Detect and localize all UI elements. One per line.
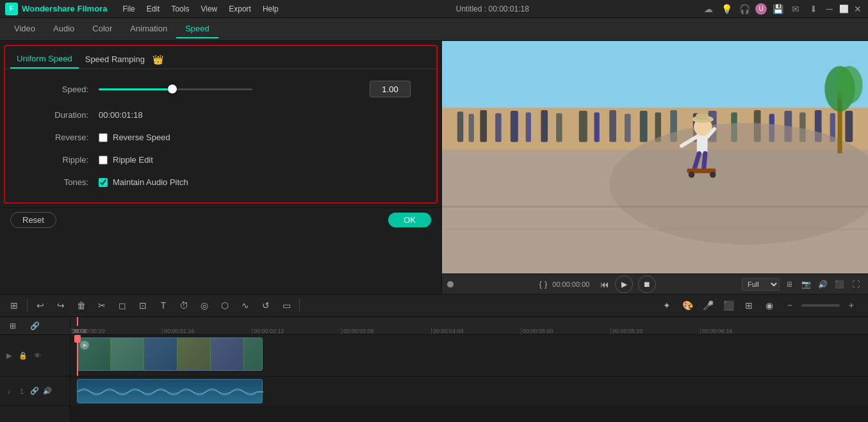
tool-delete[interactable]: 🗑 [72,296,90,314]
tool-crop[interactable]: ◻ [113,296,131,314]
tool-plus[interactable]: ＋ [842,296,860,314]
tool-text[interactable]: T [154,296,172,314]
bracket-left: { [539,279,542,289]
camera-icon[interactable]: 📷 [799,277,813,291]
audio-track-control: ♪ 1 🔗 🔊 [0,377,70,406]
clip-thumb-2 [111,338,144,370]
menu-view[interactable]: View [195,3,222,15]
tool-select[interactable]: ⊞ [5,296,23,314]
tool-speed[interactable]: ↺ [257,296,275,314]
link-track-button[interactable]: 🔗 [26,317,44,335]
menu-tools[interactable]: Tools [166,3,194,15]
maximize-button[interactable]: ⬜ [839,4,849,14]
bottom-controls: Reset OK [0,207,441,232]
save-icon[interactable]: 💾 [771,2,785,16]
svg-rect-7 [526,112,531,142]
lock-track-btn[interactable]: 🔒 [18,350,28,361]
svg-point-42 [835,66,863,104]
stop-button[interactable]: ⏹ [638,275,656,293]
tool-clip[interactable]: ▭ [277,296,295,314]
menu-export[interactable]: Export [224,3,256,15]
tool-undo[interactable]: ↩ [31,296,49,314]
download-icon[interactable]: ⬇ [807,2,821,16]
time-display: 00:00:00:00 [552,280,589,288]
menu-help[interactable]: Help [258,3,284,15]
tool-color[interactable]: 🎨 [678,296,696,314]
bulb-icon[interactable]: 💡 [719,2,733,16]
app-name: Wondershare Filmora [22,4,107,13]
reverse-checkbox[interactable] [99,133,108,142]
headset-icon[interactable]: 🎧 [737,2,751,16]
music-icon[interactable]: ♪ [4,386,14,396]
clip-thumb-3 [144,338,177,370]
ruler-mark-3: 00:00:02:12 [252,328,341,334]
tones-checkbox-row: Maintain Audio Pitch [99,177,188,187]
waveform-svg [78,380,263,404]
cloud-icon[interactable]: ☁ [701,2,716,16]
svg-rect-9 [556,113,562,142]
tool-audio[interactable]: ∿ [236,296,254,314]
tool-transform[interactable]: ⊡ [134,296,152,314]
add-track-button[interactable]: ⊞ [4,317,22,335]
video-clip[interactable]: ▶ [77,337,263,371]
svg-point-39 [710,172,716,178]
zoom-slider[interactable] [801,304,840,307]
tool-mask[interactable]: ◎ [195,296,213,314]
speed-slider-thumb[interactable] [168,85,177,93]
tab-speed[interactable]: Speed [176,20,218,38]
minimize-button[interactable]: ─ [824,4,835,14]
tool-captions[interactable]: ⬛ [719,296,737,314]
audio-lock-btn[interactable]: 1 [17,386,27,396]
reset-button[interactable]: Reset [10,212,56,228]
play-track-btn[interactable]: ▶ [4,350,14,361]
tab-audio[interactable]: Audio [44,20,83,38]
tool-shape[interactable]: ⬡ [216,296,234,314]
menu-edit[interactable]: Edit [142,3,165,15]
tool-minus[interactable]: － [781,296,799,314]
audio-mute-btn[interactable]: 🔊 [42,386,53,396]
skip-back-button[interactable]: ⏮ [597,277,612,292]
tool-cut[interactable]: ✂ [93,296,111,314]
tool-timer[interactable]: ⏱ [175,296,193,314]
tool-fx[interactable]: ✦ [658,296,676,314]
ruler-marks: 00:00 00:00:00:20 00:00:01:16 00:00:02:1… [70,328,790,334]
tool-grid[interactable]: ⊞ [740,296,758,314]
mail-icon[interactable]: ✉ [789,2,803,16]
ripple-checkbox[interactable] [99,156,108,165]
clip-play-overlay: ▶ [80,341,89,350]
play-button[interactable]: ▶ [615,275,633,293]
menu-file[interactable]: File [117,3,140,15]
close-button[interactable]: ✕ [853,4,863,14]
ok-button[interactable]: OK [388,213,431,227]
audio-clip[interactable] [77,379,263,403]
tab-color[interactable]: Color [83,20,121,38]
timeline-header: ⊞ 🔗 00:00 00:00:00:20 00:00:01:16 00:00:… [0,317,868,335]
tab-animation[interactable]: Animation [121,20,176,38]
tab-video[interactable]: Video [5,20,44,38]
screen-icon[interactable]: 🖥 [782,277,796,291]
svg-rect-6 [511,111,518,142]
fullscreen-icon[interactable]: ⛶ [849,277,863,291]
tool-redo[interactable]: ↪ [52,296,70,314]
hide-track-btn[interactable]: 👁 [32,350,42,361]
speed-ramping-tab[interactable]: Speed Ramping [79,51,151,68]
speed-slider-container [99,88,363,90]
clip-thumbnail-strip [78,338,262,370]
tool-sticker[interactable]: ◉ [760,296,778,314]
app-logo-icon: F [5,3,18,15]
avatar-icon[interactable]: U [755,3,767,15]
volume-icon[interactable]: 🔊 [815,277,830,291]
tool-mic[interactable]: 🎤 [699,296,717,314]
zoom-select[interactable]: Full 50% 75% 100% 150% [742,278,780,291]
pip-icon[interactable]: ⬛ [832,277,846,291]
maintain-audio-pitch-checkbox[interactable] [99,178,108,187]
audio-track [70,377,868,406]
audio-link-btn[interactable]: 🔗 [29,386,40,396]
ruler-mark-1: 00:00:00:20 [72,328,162,334]
window-title: Untitled : 00:00:01:18 [284,4,701,13]
tones-row: Tones: Maintain Audio Pitch [18,177,423,187]
track-header-controls: ⊞ 🔗 [0,317,70,334]
ruler-mark-5: 00:00:04:04 [431,328,521,334]
uniform-speed-tab[interactable]: Uniform Speed [10,50,79,69]
speed-value-input[interactable] [370,81,411,97]
